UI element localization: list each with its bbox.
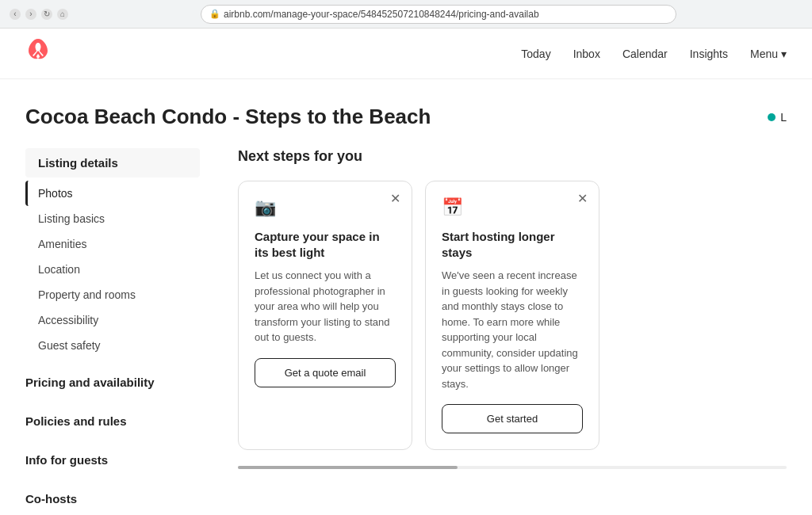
browser-controls: ‹ › ↻ ⌂ bbox=[10, 9, 68, 20]
sidebar-info-section: Info for guests bbox=[25, 445, 200, 475]
sidebar-item-listing-basics[interactable]: Listing basics bbox=[25, 206, 200, 231]
nav-links: Today Inbox Calendar Insights Menu ▾ bbox=[521, 48, 787, 60]
next-steps-title: Next steps for you bbox=[238, 148, 787, 165]
nav-inbox[interactable]: Inbox bbox=[573, 48, 600, 60]
lock-icon: 🔒 bbox=[209, 9, 220, 19]
sidebar-policies-section: Policies and rules bbox=[25, 406, 200, 436]
sidebar-pricing-section: Pricing and availability bbox=[25, 368, 200, 397]
page: Cocoa Beach Condo - Steps to the Beach L… bbox=[0, 79, 812, 515]
live-dot bbox=[768, 113, 776, 121]
card-photo: ✕ 📷 Capture your space in its best light… bbox=[238, 181, 412, 450]
main-nav: Today Inbox Calendar Insights Menu ▾ bbox=[0, 29, 812, 79]
card-photo-close-button[interactable]: ✕ bbox=[390, 193, 400, 205]
card-hosting-close-button[interactable]: ✕ bbox=[577, 193, 588, 205]
menu-chevron: ▾ bbox=[781, 48, 787, 60]
sidebar-item-photos[interactable]: Photos bbox=[25, 181, 200, 206]
page-title: Cocoa Beach Condo - Steps to the Beach bbox=[25, 105, 431, 129]
scroll-indicator bbox=[238, 466, 787, 469]
url-text: airbnb.com/manage-your-space/54845250721… bbox=[224, 9, 539, 20]
address-bar[interactable]: 🔒 airbnb.com/manage-your-space/548452507… bbox=[201, 5, 676, 24]
sidebar-info-title[interactable]: Info for guests bbox=[25, 445, 200, 475]
card-photo-btn[interactable]: Get a quote email bbox=[255, 358, 396, 387]
live-badge: L bbox=[768, 111, 787, 124]
nav-insights[interactable]: Insights bbox=[690, 48, 728, 60]
next-steps: Next steps for you ✕ 📷 Capture your spac… bbox=[238, 148, 787, 515]
card-hosting-body: We've seen a recent increase in guests l… bbox=[442, 268, 583, 391]
airbnb-logo[interactable] bbox=[25, 38, 51, 69]
sidebar-cohosts-title[interactable]: Co-hosts bbox=[25, 484, 200, 513]
home-button[interactable]: ⌂ bbox=[57, 9, 68, 20]
card-photo-title: Capture your space in its best light bbox=[255, 229, 396, 260]
nav-menu[interactable]: Menu ▾ bbox=[750, 48, 787, 60]
menu-label: Menu bbox=[750, 48, 778, 60]
live-label: L bbox=[780, 111, 787, 124]
calendar-icon: 📅 bbox=[442, 197, 583, 218]
sidebar-item-accessibility[interactable]: Accessibility bbox=[25, 307, 200, 333]
sidebar-item-guest-safety[interactable]: Guest safety bbox=[25, 333, 200, 358]
nav-calendar[interactable]: Calendar bbox=[622, 48, 668, 60]
sidebar-item-location[interactable]: Location bbox=[25, 257, 200, 282]
sidebar: Listing details Photos Listing basics Am… bbox=[25, 148, 200, 515]
sidebar-pricing-title[interactable]: Pricing and availability bbox=[25, 368, 200, 397]
sidebar-listing-details-section: Listing details Photos Listing basics Am… bbox=[25, 148, 200, 358]
sidebar-listing-details-title[interactable]: Listing details bbox=[25, 148, 200, 177]
content: Listing details Photos Listing basics Am… bbox=[0, 148, 812, 515]
card-hosting-title: Start hosting longer stays bbox=[442, 229, 583, 260]
sidebar-policies-title[interactable]: Policies and rules bbox=[25, 406, 200, 436]
forward-button[interactable]: › bbox=[25, 9, 36, 20]
scroll-thumb bbox=[238, 466, 458, 469]
cards: ✕ 📷 Capture your space in its best light… bbox=[238, 181, 787, 450]
sidebar-cohosts-section: Co-hosts bbox=[25, 484, 200, 513]
sidebar-item-amenities[interactable]: Amenities bbox=[25, 231, 200, 257]
page-header: Cocoa Beach Condo - Steps to the Beach L bbox=[0, 105, 812, 148]
sidebar-item-property-rooms[interactable]: Property and rooms bbox=[25, 282, 200, 307]
refresh-button[interactable]: ↻ bbox=[41, 9, 52, 20]
sidebar-items-list: Photos Listing basics Amenities Location… bbox=[25, 181, 200, 358]
back-button[interactable]: ‹ bbox=[10, 9, 21, 20]
card-hosting-btn[interactable]: Get started bbox=[442, 404, 583, 433]
camera-icon: 📷 bbox=[255, 197, 396, 218]
browser-bar: ‹ › ↻ ⌂ 🔒 airbnb.com/manage-your-space/5… bbox=[0, 0, 812, 29]
card-photo-body: Let us connect you with a professional p… bbox=[255, 268, 396, 345]
nav-today[interactable]: Today bbox=[521, 48, 550, 60]
card-hosting: ✕ 📅 Start hosting longer stays We've see… bbox=[425, 181, 599, 450]
